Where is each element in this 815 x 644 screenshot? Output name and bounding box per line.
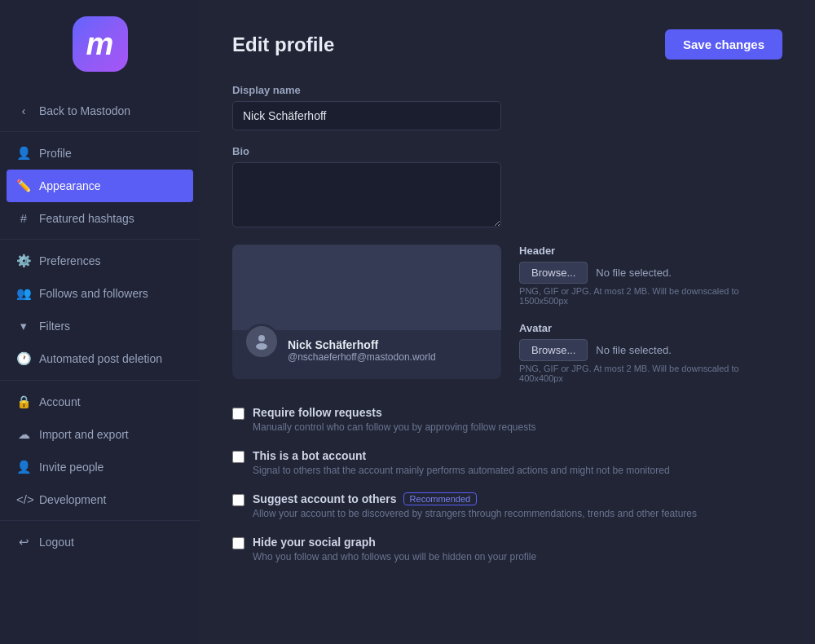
back-to-mastodon[interactable]: ‹ Back to Mastodon: [0, 95, 200, 126]
account-icon: 🔒: [16, 395, 31, 409]
sidebar-item-featured-hashtags[interactable]: # Featured hashtags: [0, 202, 200, 234]
sidebar-item-label: Featured hashtags: [39, 212, 134, 225]
sidebar-item-label: Import and export: [39, 428, 129, 441]
sidebar-item-label: Filters: [39, 320, 70, 333]
suggest-account-desc: Allow your account to be discovered by s…: [253, 508, 697, 519]
back-label: Back to Mastodon: [39, 104, 130, 117]
header-browse-button[interactable]: Browse...: [519, 262, 588, 284]
sidebar-item-automated-post-deletion[interactable]: 🕐 Automated post deletion: [0, 342, 200, 375]
preview-display-name: Nick Schäferhoff: [288, 338, 436, 351]
checkbox-section: Require follow requests Manually control…: [232, 406, 782, 562]
checkbox-suggest-account: Suggest account to others Recommended Al…: [232, 492, 782, 519]
header-upload-label: Header: [519, 245, 782, 257]
profile-preview-card: Nick Schäferhoff @nschaeferhoff@mastodon…: [232, 245, 501, 379]
display-name-label: Display name: [232, 84, 782, 96]
sidebar-item-invite-people[interactable]: 👤 Invite people: [0, 451, 200, 483]
require-follow-title: Require follow requests: [253, 406, 536, 419]
sidebar-item-follows-followers[interactable]: 👥 Follows and followers: [0, 277, 200, 310]
auto-delete-icon: 🕐: [16, 351, 31, 366]
bot-account-checkbox[interactable]: [232, 451, 244, 463]
sidebar: m ‹ Back to Mastodon 👤 Profile ✏️ Appear…: [0, 0, 200, 644]
sidebar-item-development[interactable]: </> Development: [0, 483, 200, 515]
avatar-upload-label: Avatar: [519, 322, 782, 334]
sidebar-item-label: Logout: [39, 536, 74, 549]
logout-icon: ↩: [16, 535, 31, 549]
sidebar-item-label: Invite people: [39, 461, 104, 474]
nav-divider-2: [0, 239, 200, 240]
sidebar-item-profile[interactable]: 👤 Profile: [0, 137, 200, 170]
recommended-badge: Recommended: [403, 492, 478, 505]
require-follow-checkbox[interactable]: [232, 408, 244, 420]
bot-account-desc: Signal to others that the account mainly…: [253, 465, 670, 476]
sidebar-item-logout[interactable]: ↩ Logout: [0, 526, 200, 558]
sidebar-item-appearance[interactable]: ✏️ Appearance: [7, 170, 193, 202]
sidebar-item-label: Account: [39, 395, 81, 408]
suggest-account-checkbox[interactable]: [232, 494, 244, 506]
sidebar-item-label: Follows and followers: [39, 287, 148, 300]
avatar-upload-group: Avatar Browse... No file selected. PNG, …: [519, 322, 782, 383]
development-icon: </>: [16, 492, 31, 506]
mastodon-logo: m: [73, 16, 128, 72]
sidebar-item-preferences[interactable]: ⚙️ Preferences: [0, 245, 200, 277]
display-name-input[interactable]: [232, 101, 501, 130]
preferences-icon: ⚙️: [16, 254, 31, 268]
save-changes-button[interactable]: Save changes: [665, 29, 782, 60]
avatar-upload-hint: PNG, GIF or JPG. At most 2 MB. Will be d…: [519, 364, 782, 383]
checkbox-require-follow: Require follow requests Manually control…: [232, 406, 782, 433]
back-icon: ‹: [16, 104, 31, 117]
sidebar-item-account[interactable]: 🔒 Account: [0, 386, 200, 418]
filters-icon: ▾: [16, 319, 31, 333]
preview-user-info: Nick Schäferhoff @nschaeferhoff@mastodon…: [288, 338, 436, 363]
hashtag-icon: #: [16, 211, 31, 225]
sidebar-item-label: Profile: [39, 147, 72, 160]
bio-input[interactable]: [232, 162, 501, 227]
avatar-browse-button[interactable]: Browse...: [519, 339, 588, 361]
preview-user-row: Nick Schäferhoff @nschaeferhoff@mastodon…: [232, 330, 501, 371]
avatar: [244, 324, 280, 359]
bio-field-group: Bio: [232, 145, 782, 230]
hide-social-graph-checkbox[interactable]: [232, 537, 244, 549]
upload-section: Header Browse... No file selected. PNG, …: [519, 245, 782, 383]
svg-point-1: [256, 343, 267, 350]
nav-divider-3: [0, 380, 200, 381]
profile-preview-section: Nick Schäferhoff @nschaeferhoff@mastodon…: [232, 245, 782, 383]
header-file-label: No file selected.: [596, 267, 672, 279]
header-upload-group: Header Browse... No file selected. PNG, …: [519, 245, 782, 306]
hide-social-graph-title: Hide your social graph: [253, 536, 536, 549]
invite-icon: 👤: [16, 460, 31, 474]
checkbox-bot-account: This is a bot account Signal to others t…: [232, 449, 782, 476]
checkbox-hide-social-graph: Hide your social graph Who you follow an…: [232, 536, 782, 562]
header-upload-row: Browse... No file selected.: [519, 262, 782, 284]
appearance-icon: ✏️: [16, 179, 31, 193]
sidebar-item-label: Appearance: [39, 179, 101, 192]
follows-icon: 👥: [16, 286, 31, 301]
preview-handle: @nschaeferhoff@mastodon.world: [288, 351, 436, 363]
avatar-upload-row: Browse... No file selected.: [519, 339, 782, 361]
logo-area: m: [0, 16, 200, 72]
suggest-account-content: Suggest account to others Recommended Al…: [253, 492, 697, 519]
bot-account-content: This is a bot account Signal to others t…: [253, 449, 670, 476]
sidebar-item-filters[interactable]: ▾ Filters: [0, 310, 200, 342]
svg-point-0: [258, 335, 265, 342]
require-follow-desc: Manually control who can follow you by a…: [253, 421, 536, 433]
nav-divider-1: [0, 131, 200, 132]
display-name-field-group: Display name: [232, 84, 782, 130]
page-title: Edit profile: [232, 33, 334, 56]
sidebar-nav: ‹ Back to Mastodon 👤 Profile ✏️ Appearan…: [0, 95, 200, 558]
require-follow-content: Require follow requests Manually control…: [253, 406, 536, 433]
main-header: Edit profile Save changes: [232, 29, 782, 60]
nav-divider-4: [0, 520, 200, 521]
sidebar-item-label: Automated post deletion: [39, 352, 162, 365]
profile-icon: 👤: [16, 146, 31, 161]
hide-social-graph-content: Hide your social graph Who you follow an…: [253, 536, 536, 562]
header-upload-hint: PNG, GIF or JPG. At most 2 MB. Will be d…: [519, 286, 782, 306]
sidebar-item-label: Preferences: [39, 254, 100, 267]
sidebar-item-label: Development: [39, 493, 107, 506]
avatar-file-label: No file selected.: [596, 344, 672, 356]
preview-header-bg: [232, 245, 501, 330]
main-content: Edit profile Save changes Display name B…: [200, 0, 815, 644]
import-export-icon: ☁: [16, 427, 31, 442]
suggest-account-title: Suggest account to others Recommended: [253, 492, 697, 505]
hide-social-graph-desc: Who you follow and who follows you will …: [253, 551, 536, 562]
sidebar-item-import-export[interactable]: ☁ Import and export: [0, 418, 200, 451]
